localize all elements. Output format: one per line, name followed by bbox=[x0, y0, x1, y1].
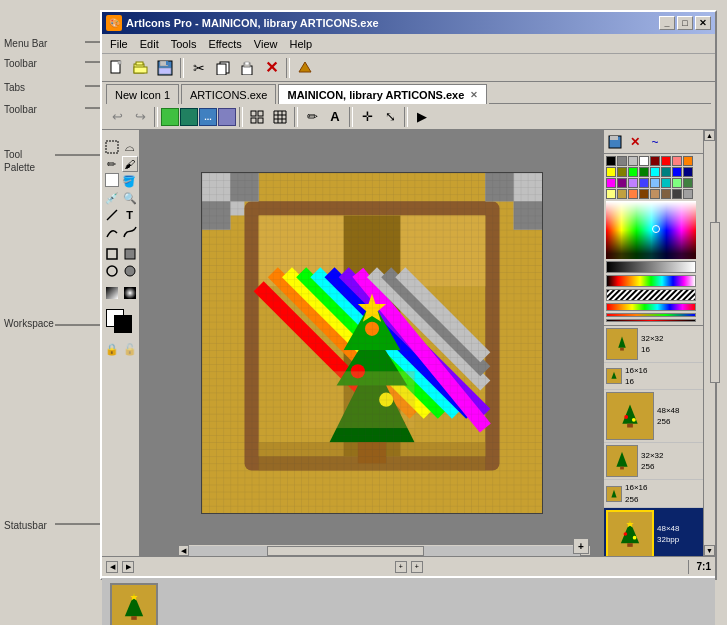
preview-item-48-32bpp[interactable]: 48×4832bpp bbox=[604, 508, 703, 556]
pencil-tool[interactable]: ✏ bbox=[301, 106, 323, 128]
frame-preview-icon[interactable] bbox=[110, 583, 158, 625]
gradient2-tool[interactable] bbox=[122, 285, 138, 301]
color-darkgray[interactable] bbox=[672, 189, 682, 199]
color-medblue[interactable] bbox=[639, 178, 649, 188]
color-violet[interactable] bbox=[628, 178, 638, 188]
tab-articons[interactable]: ARTICONS.exe bbox=[181, 84, 276, 104]
rainbow-bar[interactable] bbox=[606, 303, 696, 311]
color-coral[interactable] bbox=[628, 189, 638, 199]
color-olive[interactable] bbox=[617, 167, 627, 177]
redo-button[interactable]: ↪ bbox=[129, 106, 151, 128]
preview-item-16-256[interactable]: 16×16256 bbox=[604, 480, 703, 507]
delete-button[interactable]: ✕ bbox=[260, 57, 282, 79]
text-tool[interactable]: A bbox=[324, 106, 346, 128]
rect-fill-tool[interactable] bbox=[122, 246, 138, 262]
pencil-tool-palette[interactable]: ✏ bbox=[104, 156, 120, 172]
v-scroll-thumb[interactable] bbox=[710, 222, 720, 384]
preview-item-32-16[interactable]: 32×3216 bbox=[604, 326, 703, 363]
tab-new-icon[interactable]: New Icon 1 bbox=[106, 84, 179, 104]
color-palegreen[interactable] bbox=[672, 178, 682, 188]
eraser-tool[interactable] bbox=[105, 173, 119, 187]
paste-button[interactable] bbox=[236, 57, 258, 79]
unlock-tool[interactable]: 🔓 bbox=[122, 341, 138, 357]
grid-button[interactable] bbox=[246, 106, 268, 128]
status-remove-button[interactable]: + bbox=[411, 561, 423, 573]
menu-view[interactable]: View bbox=[248, 36, 284, 52]
new-button[interactable] bbox=[106, 57, 128, 79]
preview-item-32-256[interactable]: 32×32256 bbox=[604, 443, 703, 480]
color-medgray[interactable] bbox=[683, 189, 693, 199]
save-button[interactable] bbox=[154, 57, 176, 79]
ellipse-tool[interactable] bbox=[104, 263, 120, 279]
brush-tool[interactable]: 🖌 bbox=[122, 156, 138, 172]
color-brown[interactable] bbox=[639, 189, 649, 199]
color-darkgreen[interactable] bbox=[683, 178, 693, 188]
menu-effects[interactable]: Effects bbox=[202, 36, 247, 52]
color-purple[interactable] bbox=[617, 178, 627, 188]
extra-tool[interactable]: ▶ bbox=[411, 106, 433, 128]
right-close-btn[interactable]: ✕ bbox=[626, 133, 644, 151]
cut-button[interactable]: ✂ bbox=[188, 57, 210, 79]
color-magenta[interactable] bbox=[606, 178, 616, 188]
grayscale-bar[interactable] bbox=[606, 261, 696, 273]
color-gold[interactable] bbox=[617, 189, 627, 199]
color-mode-3[interactable]: ... bbox=[199, 108, 217, 126]
smooth-tool[interactable] bbox=[122, 224, 138, 240]
ellipse-fill-tool[interactable] bbox=[122, 263, 138, 279]
tab-close-icon[interactable]: ✕ bbox=[470, 90, 478, 100]
open-button[interactable] bbox=[130, 57, 152, 79]
transform-tool[interactable]: ⤡ bbox=[379, 106, 401, 128]
text-palette-tool[interactable]: T bbox=[122, 207, 138, 223]
color-mode-4[interactable] bbox=[218, 108, 236, 126]
undo-button[interactable]: ↩ bbox=[106, 106, 128, 128]
curve-tool[interactable] bbox=[104, 224, 120, 240]
color-maroon[interactable] bbox=[650, 156, 660, 166]
status-add-button[interactable]: + bbox=[395, 561, 407, 573]
color-gray[interactable] bbox=[617, 156, 627, 166]
icon-canvas[interactable] bbox=[202, 173, 542, 513]
line-tool[interactable] bbox=[104, 207, 120, 223]
scroll-up-button[interactable]: ▲ bbox=[704, 130, 715, 141]
color-teal[interactable] bbox=[661, 167, 671, 177]
color-sienna[interactable] bbox=[661, 189, 671, 199]
right-save-btn[interactable] bbox=[606, 133, 624, 151]
stripe-bar[interactable] bbox=[606, 289, 696, 301]
menu-file[interactable]: File bbox=[104, 36, 134, 52]
color-skyblue[interactable] bbox=[650, 178, 660, 188]
move-tool[interactable]: ✛ bbox=[356, 106, 378, 128]
color-blue[interactable] bbox=[672, 167, 682, 177]
menu-tools[interactable]: Tools bbox=[165, 36, 203, 52]
menu-help[interactable]: Help bbox=[283, 36, 318, 52]
scroll-down-button[interactable]: ▼ bbox=[704, 545, 715, 556]
color-red[interactable] bbox=[661, 156, 671, 166]
color-lime[interactable] bbox=[628, 167, 638, 177]
add-icon-button[interactable]: + bbox=[573, 538, 589, 554]
color-aqua[interactable] bbox=[661, 178, 671, 188]
color-tan[interactable] bbox=[650, 189, 660, 199]
rect-select-tool[interactable] bbox=[104, 139, 120, 155]
hue-bar[interactable] bbox=[606, 275, 696, 287]
tab-mainicon[interactable]: MAINICON, library ARTICONS.exe ✕ bbox=[278, 84, 487, 104]
color-white[interactable] bbox=[639, 156, 649, 166]
preview-item-48-256[interactable]: 48×48256 bbox=[604, 390, 703, 443]
color-cyan[interactable] bbox=[650, 167, 660, 177]
fill-tool[interactable]: 🪣 bbox=[121, 173, 137, 189]
minimize-button[interactable]: _ bbox=[659, 16, 675, 30]
rect-tool[interactable] bbox=[104, 246, 120, 262]
color-mode-2[interactable] bbox=[180, 108, 198, 126]
color-navy[interactable] bbox=[683, 167, 693, 177]
color-silver[interactable] bbox=[628, 156, 638, 166]
maximize-button[interactable]: □ bbox=[677, 16, 693, 30]
h-scroll-thumb[interactable] bbox=[267, 546, 423, 556]
hscroll-prev-button[interactable]: ◀ bbox=[106, 561, 118, 573]
right-copy-btn[interactable]: ~ bbox=[646, 133, 664, 151]
copy-button[interactable] bbox=[212, 57, 234, 79]
magnify-tool[interactable]: 🔍 bbox=[122, 190, 138, 206]
lasso-tool[interactable]: ⌓ bbox=[122, 139, 138, 155]
color-mode-1[interactable] bbox=[161, 108, 179, 126]
gradient-tool[interactable] bbox=[104, 285, 120, 301]
draw-mode-button[interactable] bbox=[294, 57, 316, 79]
hscroll-next-button[interactable]: ▶ bbox=[122, 561, 134, 573]
eyedropper-tool[interactable]: 💉 bbox=[104, 190, 120, 206]
fg-color-swatch[interactable] bbox=[114, 315, 132, 333]
